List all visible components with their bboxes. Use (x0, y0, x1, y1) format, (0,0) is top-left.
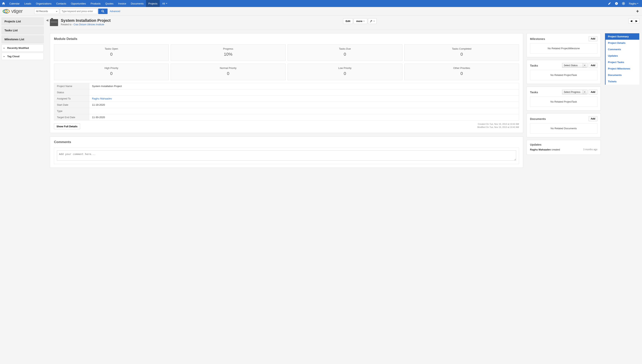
next-record-button[interactable]: ▶ (634, 18, 639, 24)
edit-icon[interactable] (607, 1, 612, 6)
documents-title: Documents (530, 117, 546, 120)
documents-empty: No Related Documents (530, 123, 597, 134)
right-nav-documents[interactable]: Documents (605, 72, 639, 78)
nav-item-organizations[interactable]: Organizations (34, 0, 54, 7)
add-document-button[interactable]: Add (589, 116, 597, 121)
svg-line-7 (622, 2, 623, 3)
search-button[interactable] (98, 8, 108, 14)
svg-line-9 (622, 4, 623, 5)
nav-item-leads[interactable]: Leads (22, 0, 34, 7)
logo-text: vtiger (11, 8, 23, 14)
advanced-search-link[interactable]: Advanced (110, 10, 120, 13)
add-milestone-button[interactable]: Add (589, 36, 597, 41)
comments-title: Comments (54, 140, 519, 144)
sidebar-accordion-tag-cloud[interactable]: Tag Cloud (2, 53, 44, 60)
add-button[interactable]: + (636, 8, 639, 14)
nav-item-calendar[interactable]: Calendar (7, 0, 22, 7)
chevron-down-icon (373, 21, 375, 22)
more-button[interactable]: more (354, 18, 367, 24)
documents-panel: Documents Add No Related Documents (527, 113, 601, 137)
stat-high-priority: High Priority0 (54, 64, 169, 80)
updates-panel: Updates Raghu Mahaadev created 3 months … (527, 140, 601, 155)
main: System Installation Project Related to -… (45, 16, 642, 171)
top-nav: CalendarLeadsOrganizationsContactsOpport… (0, 0, 642, 7)
right-nav: Project SummaryProject DetailsCommentsUp… (605, 33, 639, 85)
collapse-sidebar-icon[interactable]: ◀ (46, 18, 48, 22)
comment-input[interactable] (57, 150, 516, 160)
info-icon[interactable]: i (614, 1, 619, 6)
home-icon[interactable] (0, 0, 7, 7)
right-nav-project-details[interactable]: Project Details (605, 40, 639, 46)
detail-row: Status (54, 89, 519, 96)
detail-row: Type (54, 108, 519, 114)
edit-button[interactable]: Edit (343, 18, 353, 24)
sidebar-list-tasks-list[interactable]: Tasks List (2, 26, 44, 34)
nav-item-all[interactable]: All (160, 0, 170, 7)
sidebar-list-milestones-list[interactable]: Milestones List (2, 36, 44, 43)
tasks-status-empty: No Related ProjectTask (530, 70, 597, 80)
chevron-down-icon (166, 3, 167, 4)
svg-line-10 (624, 2, 624, 3)
add-task-progress-button[interactable]: Add (589, 90, 597, 94)
update-item: Raghu Mahaadev created 3 months ago (530, 148, 597, 151)
svg-point-2 (623, 3, 624, 4)
nav-item-quotes[interactable]: Quotes (103, 0, 116, 7)
module-details-card: Module Details Tasks Open0Progress10%Tas… (50, 33, 523, 133)
records-select[interactable]: All Records (34, 8, 59, 14)
details-table: Project NameSystem Installation ProjectS… (54, 83, 519, 120)
created-on: Created On Tue, Nov 19, 2013 at 10:42 AM (477, 123, 519, 125)
header-bar: vtiger All Records Advanced + (0, 7, 642, 16)
stat-low-priority: Low Priority0 (287, 64, 402, 80)
tasks-progress-empty: No Related ProjectTask (530, 96, 597, 107)
gear-icon[interactable] (621, 1, 626, 6)
stat-tasks-completed: Tasks Completed0 (404, 44, 519, 61)
sidebar-accordion-recently-modified[interactable]: Recently Modified (2, 44, 44, 52)
show-full-details-button[interactable]: Show Full Details (54, 124, 80, 129)
prev-record-button[interactable]: ◀ (628, 18, 634, 24)
wrench-icon (370, 20, 373, 22)
assigned-to-link[interactable]: Raghu Mahaadev (92, 97, 112, 100)
sidebar-list-projects-list[interactable]: Projects List (2, 18, 44, 25)
select-status[interactable]: Select Status (562, 63, 587, 68)
comments-card: Comments (50, 136, 523, 168)
logo[interactable]: vtiger (2, 8, 23, 14)
select-progress[interactable]: Select Progress (562, 90, 587, 94)
tasks-status-title: Tasks (530, 64, 538, 67)
nav-item-contacts[interactable]: Contacts (54, 0, 68, 7)
right-nav-project-tasks[interactable]: Project Tasks (605, 59, 639, 66)
detail-row: Assigned ToRaghu Mahaadev (54, 96, 519, 102)
updates-title: Updates (530, 143, 541, 146)
right-nav-project-summary[interactable]: Project Summary (605, 33, 639, 40)
right-nav-updates[interactable]: Updates (605, 52, 639, 59)
stat-progress: Progress10% (171, 44, 285, 61)
content-row: Module Details Tasks Open0Progress10%Tas… (50, 33, 639, 171)
tools-button[interactable] (368, 18, 377, 24)
right-nav-comments[interactable]: Comments (605, 46, 639, 52)
record-title: System Installation Project (61, 18, 111, 23)
svg-point-14 (102, 10, 104, 12)
nav-item-invoice[interactable]: Invoice (116, 0, 128, 7)
tasks-status-panel: Tasks Select Status Add No Related Proje… (527, 60, 601, 84)
briefcase-icon (50, 19, 58, 26)
detail-row: Project NameSystem Installation Project (54, 83, 519, 89)
tasks-progress-title: Tasks (530, 90, 538, 94)
right-nav-project-milestones[interactable]: Project Milestones (605, 66, 639, 72)
search-input[interactable] (60, 8, 97, 14)
milestones-title: Milestones (530, 37, 545, 40)
svg-line-15 (103, 12, 104, 12)
nav-item-products[interactable]: Products (88, 0, 103, 7)
milestones-empty: No Related ProjectMilestone (530, 43, 597, 54)
related-to-link[interactable]: Cras Dictum Ultricies Institute (74, 23, 104, 26)
record-header: System Installation Project Related to -… (50, 17, 639, 30)
modified-on: Modified On Tue, Nov 19, 2013 at 10:42 A… (477, 126, 519, 128)
right-nav-tickets[interactable]: Tickets (605, 78, 639, 85)
nav-item-documents[interactable]: Documents (128, 0, 146, 7)
milestones-panel: Milestones Add No Related ProjectMilesto… (527, 33, 601, 57)
nav-item-opportunities[interactable]: Opportunities (69, 0, 88, 7)
nav-item-projects[interactable]: Projects (146, 0, 160, 7)
content-wrap: Projects ListTasks ListMilestones List R… (0, 16, 642, 171)
add-task-status-button[interactable]: Add (589, 63, 597, 68)
user-menu[interactable]: Raghu (628, 2, 640, 5)
stat-other-priorities: Other Priorities0 (404, 64, 519, 80)
chevron-down-icon (637, 3, 638, 4)
